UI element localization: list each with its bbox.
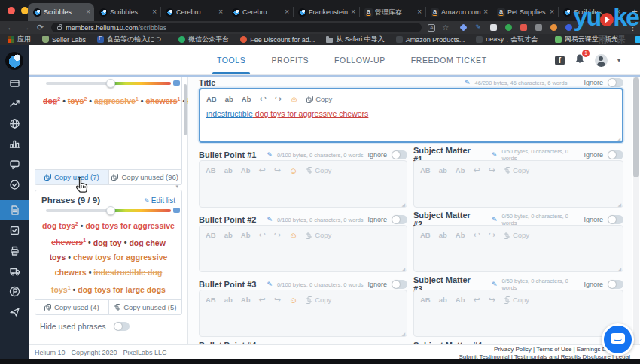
close-tab-icon[interactable]: × [152, 8, 157, 16]
close-tab-icon[interactable]: × [285, 8, 289, 16]
titlecase-button[interactable]: Ab [242, 95, 251, 103]
slider-handle[interactable] [106, 79, 115, 88]
tab-tools[interactable]: TOOLS [217, 46, 245, 74]
extension-icon[interactable] [565, 24, 572, 31]
collapse-icon[interactable]: ▾ [175, 184, 178, 190]
close-tab-icon[interactable]: × [218, 8, 223, 16]
hide-used-phrases-toggle[interactable] [114, 322, 130, 331]
words-frequency-slider[interactable] [46, 82, 171, 85]
ignore-toggle[interactable] [608, 150, 623, 159]
close-window-icon[interactable] [8, 7, 15, 14]
link-icon[interactable] [173, 208, 180, 213]
subject-1-textarea[interactable]: ABabAb↩↪Copy [413, 160, 623, 208]
browser-tab[interactable]: Cerebro× [160, 3, 227, 21]
keyword[interactable]: aggressive1 [94, 96, 139, 105]
chevron-down-icon[interactable]: ▾ [617, 57, 620, 64]
bookmark-star-icon[interactable]: ☆ [442, 24, 449, 32]
extension-icon[interactable] [460, 23, 468, 31]
close-tab-icon[interactable]: × [550, 8, 554, 16]
edit-list-link[interactable]: ✎Edit list [144, 196, 175, 205]
link-icon[interactable] [173, 80, 180, 86]
browser-tab[interactable]: Scribbles× [94, 3, 160, 21]
title-content[interactable]: indestructible dog toys for aggressive c… [206, 109, 616, 118]
undo-icon[interactable]: ↩ [260, 94, 267, 104]
browser-tab[interactable]: 管理库存× [359, 3, 425, 21]
browser-tab[interactable]: Amazon.com× [425, 3, 492, 21]
title-ignore-toggle[interactable] [608, 78, 623, 87]
sidebar-item-trendster[interactable] [0, 93, 29, 114]
sidebar-item-index-checker[interactable] [0, 174, 29, 195]
sidebar-item-magnet[interactable] [0, 114, 29, 134]
close-tab-icon[interactable]: × [351, 8, 355, 16]
extension-icon[interactable] [490, 24, 497, 31]
tab-follow-up[interactable]: FOLLOW-UP [334, 46, 386, 74]
subject-3-textarea[interactable]: ABabAb↩↪Copy [413, 290, 623, 337]
sidebar-item-checklist[interactable] [0, 220, 29, 241]
helium10-logo[interactable] [5, 52, 23, 70]
browser-tab[interactable]: Frankenstein× [293, 3, 359, 21]
page-scrollbar-thumb[interactable] [633, 77, 639, 177]
notifications-bell[interactable]: 1 [574, 53, 585, 68]
lowercase-button[interactable]: ab [225, 95, 233, 103]
bookmark-item[interactable]: 应用 [8, 35, 31, 44]
bookmark-item[interactable]: Amazon Products... [396, 36, 465, 44]
ignore-toggle[interactable] [392, 215, 407, 224]
sidebar-item-inventory[interactable] [0, 261, 29, 281]
helium10-extension-icon[interactable]: ✎ [475, 24, 482, 31]
bookmark-item[interactable]: 食品等の輸入につ... [97, 35, 167, 44]
chat-widget-button[interactable] [602, 323, 634, 356]
translate-icon[interactable]: A [428, 24, 435, 32]
subject-2-textarea[interactable]: ABabAb↩↪Copy [413, 225, 623, 272]
sidebar-item-xray[interactable] [0, 134, 29, 154]
bookmark-item[interactable]: 从 Safari 中导入 [326, 35, 385, 44]
extension-icon[interactable] [550, 24, 557, 31]
bookmark-item[interactable]: 微信公众平台 [178, 35, 229, 44]
back-icon[interactable]: ← [7, 22, 15, 33]
panel-scrollbar[interactable] [184, 84, 187, 135]
ignore-toggle[interactable] [608, 280, 623, 289]
browser-tab[interactable]: Cerebro× [227, 3, 293, 21]
keyword[interactable]: dog toys2 [42, 221, 78, 230]
extension-icon[interactable] [505, 24, 512, 31]
bookmark-item[interactable]: 腾讯课堂_专业的在... [635, 35, 640, 44]
keyword[interactable]: dog toy [93, 238, 122, 247]
close-tab-icon[interactable]: × [86, 8, 90, 16]
sidebar-item-frankenstein[interactable] [0, 154, 29, 174]
slider-handle[interactable] [106, 206, 115, 215]
ignore-toggle[interactable] [392, 150, 407, 159]
ignore-toggle[interactable] [392, 280, 407, 289]
address-bar[interactable]: members.helium10.com/scribbles [51, 23, 422, 32]
close-tab-icon[interactable]: × [483, 8, 488, 16]
tab-profits[interactable]: PROFITS [271, 46, 309, 74]
copy-used-phrases-button[interactable]: Copy used (4) [35, 300, 108, 314]
browser-tab[interactable]: Scribbles× [28, 3, 94, 21]
copy-unused-phrases-button[interactable]: Copy unused (5) [108, 300, 182, 314]
extension-icon[interactable] [535, 24, 542, 31]
keyword[interactable]: chewers1 [146, 96, 181, 105]
forward-icon[interactable]: → [22, 22, 30, 33]
bookmark-item[interactable]: Seller Labs [42, 36, 86, 44]
reload-icon[interactable]: ⟳ [37, 22, 44, 33]
uppercase-button[interactable]: AB [206, 95, 217, 103]
keyword[interactable]: dog2 [43, 96, 60, 105]
sidebar-item-launch[interactable] [0, 302, 29, 322]
browser-tab[interactable]: Pet Supplies× [492, 3, 558, 21]
bookmark-item[interactable]: Fee Discount for ad... [240, 36, 315, 44]
sidebar-item-refund-genie[interactable] [0, 241, 29, 261]
bullet-2-textarea[interactable]: ABabAb↩↪☺Copy [199, 225, 407, 272]
bookmark-item[interactable]: oeasy，会玩才会... [476, 35, 544, 44]
avatar[interactable] [595, 54, 608, 67]
sidebar-item-scribbles[interactable] [0, 200, 29, 220]
title-textarea[interactable]: AB ab Ab ↩ ↪ ☺ Copy indestructible dog t… [199, 88, 623, 143]
bullet-3-textarea[interactable]: ABabAb↩↪☺Copy [199, 290, 407, 337]
tab-freedom-ticket[interactable]: FREEDOM TICKET [411, 46, 487, 74]
ignore-toggle[interactable] [608, 215, 623, 224]
redo-icon[interactable]: ↪ [275, 94, 282, 104]
sidebar-item-profits[interactable] [0, 281, 29, 302]
emoji-icon[interactable]: ☺ [290, 95, 298, 104]
copy-button[interactable]: Copy [306, 95, 332, 103]
extension-icon[interactable] [520, 24, 527, 31]
keyword[interactable]: toys2 [68, 96, 87, 105]
facebook-icon[interactable]: f [555, 56, 565, 65]
copy-unused-words-button[interactable]: Copy unused (96) [108, 170, 182, 184]
